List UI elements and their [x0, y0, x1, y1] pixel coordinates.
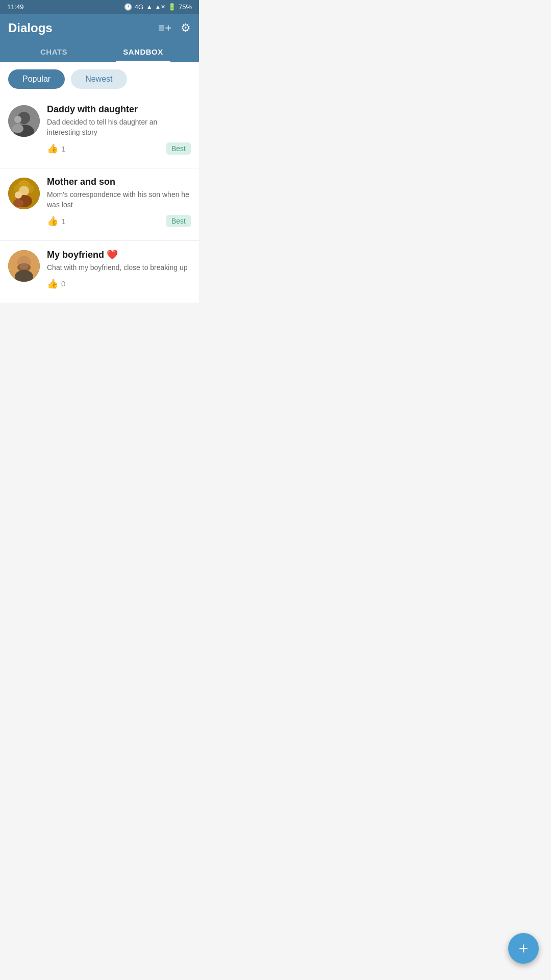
settings-icon[interactable]: ⚙ — [181, 21, 191, 35]
battery-icon: 🔋 — [168, 3, 176, 11]
page-title: Dialogs — [8, 21, 53, 35]
thumbs-up-icon: 👍 — [47, 143, 58, 154]
chat-list: Daddy with daughter Dad decided to tell … — [0, 96, 199, 303]
thumbs-up-icon: 👍 — [47, 215, 58, 227]
header-top: Dialogs ≡+ ⚙ — [8, 21, 191, 42]
battery-label: 75% — [179, 3, 192, 11]
chat-likes: 👍 0 — [47, 278, 65, 289]
chat-description: Dad decided to tell his daughter an inte… — [47, 117, 191, 137]
svg-point-4 — [12, 124, 23, 133]
like-count: 1 — [61, 217, 65, 226]
avatar — [8, 105, 40, 137]
tab-chats[interactable]: CHATS — [8, 42, 99, 62]
tab-sandbox[interactable]: SANDBOX — [97, 42, 189, 62]
chat-title: My boyfriend ❤️ — [47, 249, 191, 260]
svg-point-18 — [19, 263, 29, 270]
chat-footer: 👍 1 Best — [47, 142, 191, 161]
chat-likes: 👍 1 — [47, 143, 65, 154]
filter-bar: Popular Newest — [0, 62, 199, 96]
tab-sandbox-wrapper: SANDBOX — [99, 42, 191, 62]
chat-content: My boyfriend ❤️ Chat with my boyfriend, … — [47, 249, 191, 303]
like-count: 1 — [61, 144, 65, 153]
table-row[interactable]: My boyfriend ❤️ Chat with my boyfriend, … — [0, 241, 199, 303]
add-list-icon[interactable]: ≡+ — [158, 21, 171, 35]
header-actions: ≡+ ⚙ — [158, 21, 191, 35]
chat-content: Daddy with daughter Dad decided to tell … — [47, 104, 191, 168]
filter-popular-button[interactable]: Popular — [8, 69, 65, 89]
chat-title: Mother and son — [47, 177, 191, 187]
chat-footer: 👍 0 — [47, 278, 191, 296]
header: Dialogs ≡+ ⚙ CHATS SANDBOX — [0, 14, 199, 62]
chat-content: Mother and son Mom's correspondence with… — [47, 177, 191, 240]
status-icons: 🕐 4G ▲ ▲✕ 🔋 75% — [124, 3, 192, 11]
best-badge: Best — [166, 215, 191, 227]
chat-title: Daddy with daughter — [47, 104, 191, 115]
table-row[interactable]: Mother and son Mom's correspondence with… — [0, 168, 199, 241]
heart-emoji: ❤️ — [107, 250, 118, 260]
filter-newest-button[interactable]: Newest — [71, 69, 127, 89]
chat-description: Chat with my boyfriend, close to breakin… — [47, 263, 191, 273]
alarm-icon: 🕐 — [124, 3, 132, 11]
like-count: 0 — [61, 279, 65, 288]
best-badge: Best — [166, 142, 191, 155]
thumbs-up-icon: 👍 — [47, 278, 58, 289]
svg-point-11 — [15, 191, 22, 199]
chat-likes: 👍 1 — [47, 215, 65, 227]
network-label: 4G — [135, 3, 143, 11]
status-bar: 11:49 🕐 4G ▲ ▲✕ 🔋 75% — [0, 0, 199, 14]
tabs-bar: CHATS SANDBOX — [8, 42, 191, 62]
chat-description: Mom's correspondence with his son when h… — [47, 190, 191, 210]
signal-icon: ▲ — [146, 3, 153, 11]
chat-footer: 👍 1 Best — [47, 215, 191, 233]
svg-point-12 — [13, 199, 23, 207]
svg-point-3 — [14, 116, 21, 123]
avatar — [8, 178, 40, 209]
table-row[interactable]: Daddy with daughter Dad decided to tell … — [0, 96, 199, 168]
signal-x-icon: ▲✕ — [155, 4, 165, 10]
status-time: 11:49 — [7, 3, 24, 11]
avatar — [8, 250, 40, 282]
